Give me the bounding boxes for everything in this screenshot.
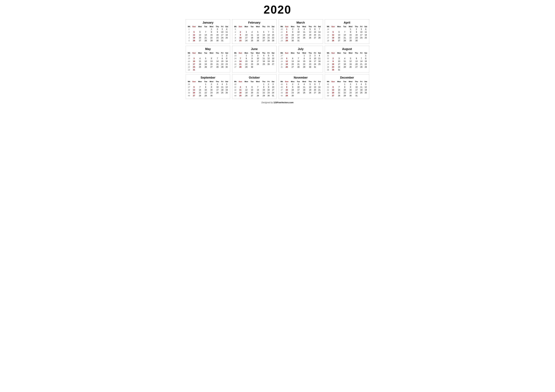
day-cell: 12 bbox=[330, 34, 336, 36]
day-cell bbox=[255, 66, 261, 68]
month-title: June bbox=[233, 47, 275, 52]
day-cell: 6 bbox=[249, 86, 255, 88]
day-cell: 23 bbox=[290, 91, 296, 94]
day-cell bbox=[208, 42, 215, 43]
week-number: 11 bbox=[280, 31, 284, 34]
week-row: 419202122232425 bbox=[187, 36, 229, 39]
day-cell bbox=[354, 54, 359, 57]
day-cell: 31 bbox=[354, 94, 359, 97]
day-cell bbox=[270, 42, 275, 43]
day-cell: 28 bbox=[359, 66, 363, 68]
day-cell bbox=[197, 83, 203, 86]
col-header-thu: Thu bbox=[261, 80, 267, 83]
col-header-sun: Sun bbox=[237, 52, 243, 54]
day-cell bbox=[301, 68, 307, 69]
day-cell bbox=[313, 94, 317, 97]
day-cell: 21 bbox=[267, 36, 271, 39]
day-cell: 22 bbox=[261, 91, 267, 94]
day-cell: 30 bbox=[330, 68, 336, 71]
day-cell: 24 bbox=[296, 36, 301, 39]
day-cell: 12 bbox=[243, 88, 249, 91]
day-cell: 28 bbox=[237, 66, 243, 68]
col-header-fri: Fri bbox=[220, 52, 224, 54]
day-cell: 25 bbox=[342, 66, 347, 68]
month-table: WkSunMonTueWedThuFriSat40123414567891042… bbox=[233, 80, 275, 98]
day-cell: 22 bbox=[284, 91, 290, 94]
day-cell: 30 bbox=[290, 39, 296, 42]
day-cell bbox=[354, 42, 359, 43]
day-cell: 31 bbox=[336, 68, 342, 71]
day-cell: 8 bbox=[284, 86, 290, 88]
day-cell bbox=[249, 97, 255, 98]
day-cell: 17 bbox=[270, 88, 275, 91]
day-cell: 25 bbox=[317, 63, 322, 66]
col-header-wk: Wk bbox=[280, 25, 284, 28]
day-cell bbox=[313, 39, 317, 42]
week-row: 532728293031 bbox=[326, 94, 368, 97]
day-cell: 13 bbox=[354, 60, 359, 63]
month-block-april: AprilWkSunMonTueWedThuFriSat141234155678… bbox=[325, 19, 369, 44]
day-cell: 16 bbox=[208, 88, 215, 91]
week-row: 2621222324252627 bbox=[233, 63, 275, 66]
day-cell: 20 bbox=[330, 91, 336, 94]
day-cell: 3 bbox=[215, 83, 220, 86]
day-cell: 6 bbox=[208, 57, 215, 60]
month-title: July bbox=[280, 47, 322, 52]
col-header-tue: Tue bbox=[296, 25, 301, 28]
day-cell: 23 bbox=[290, 36, 296, 39]
day-cell: 19 bbox=[224, 88, 229, 91]
col-header-sat: Sat bbox=[363, 52, 368, 54]
day-cell: 15 bbox=[261, 88, 267, 91]
day-cell: 5 bbox=[307, 83, 313, 86]
col-header-tue: Tue bbox=[342, 25, 347, 28]
month-block-december: DecemberWkSunMonTueWedThuFriSat491234550… bbox=[325, 74, 369, 99]
month-title: December bbox=[326, 75, 368, 80]
day-cell bbox=[307, 39, 313, 42]
day-cell: 30 bbox=[290, 94, 296, 97]
week-row: 4912345 bbox=[326, 83, 368, 86]
week-number bbox=[280, 42, 284, 43]
day-cell bbox=[359, 94, 363, 97]
col-header-fri: Fri bbox=[359, 52, 363, 54]
day-cell: 20 bbox=[313, 34, 317, 36]
day-cell: 4 bbox=[317, 54, 322, 57]
day-cell: 11 bbox=[220, 86, 224, 88]
week-number: 48 bbox=[280, 91, 284, 94]
day-cell: 7 bbox=[317, 83, 322, 86]
col-header-sat: Sat bbox=[270, 80, 275, 83]
week-number: 8 bbox=[233, 36, 237, 39]
day-cell: 25 bbox=[359, 91, 363, 94]
week-row: 4822232425262728 bbox=[280, 91, 322, 94]
day-cell: 11 bbox=[363, 31, 368, 34]
col-header-mon: Mon bbox=[290, 80, 296, 83]
col-header-wed: Wed bbox=[347, 25, 354, 28]
day-cell bbox=[307, 68, 313, 69]
day-cell: 29 bbox=[270, 39, 275, 42]
day-cell: 20 bbox=[208, 63, 215, 66]
day-cell: 12 bbox=[203, 60, 208, 63]
week-number: 26 bbox=[233, 63, 237, 66]
month-block-october: OctoberWkSunMonTueWedThuFriSat4012341456… bbox=[232, 74, 277, 99]
day-cell: 12 bbox=[191, 34, 197, 36]
week-row: 193456789 bbox=[187, 57, 229, 60]
day-cell: 28 bbox=[203, 39, 208, 42]
day-cell: 1 bbox=[284, 83, 290, 86]
day-cell bbox=[243, 28, 249, 31]
day-cell bbox=[363, 94, 368, 97]
day-cell: 10 bbox=[220, 31, 224, 34]
month-block-september: SeptemberWkSunMonTueWedThuFriSat36123453… bbox=[186, 74, 230, 99]
week-row: 4425262728293031 bbox=[233, 94, 275, 97]
col-header-mon: Mon bbox=[197, 25, 203, 28]
week-row: 31262728293031 bbox=[280, 66, 322, 68]
week-row bbox=[280, 42, 322, 43]
day-cell: 17 bbox=[354, 88, 359, 91]
day-cell: 7 bbox=[317, 28, 322, 31]
day-cell: 5 bbox=[284, 57, 290, 60]
day-cell: 29 bbox=[220, 66, 224, 68]
week-row bbox=[233, 68, 275, 69]
day-cell: 30 bbox=[307, 66, 313, 68]
day-cell: 30 bbox=[224, 66, 229, 68]
day-cell bbox=[330, 42, 336, 43]
col-header-thu: Thu bbox=[215, 80, 220, 83]
week-row: 3813141516171819 bbox=[187, 88, 229, 91]
